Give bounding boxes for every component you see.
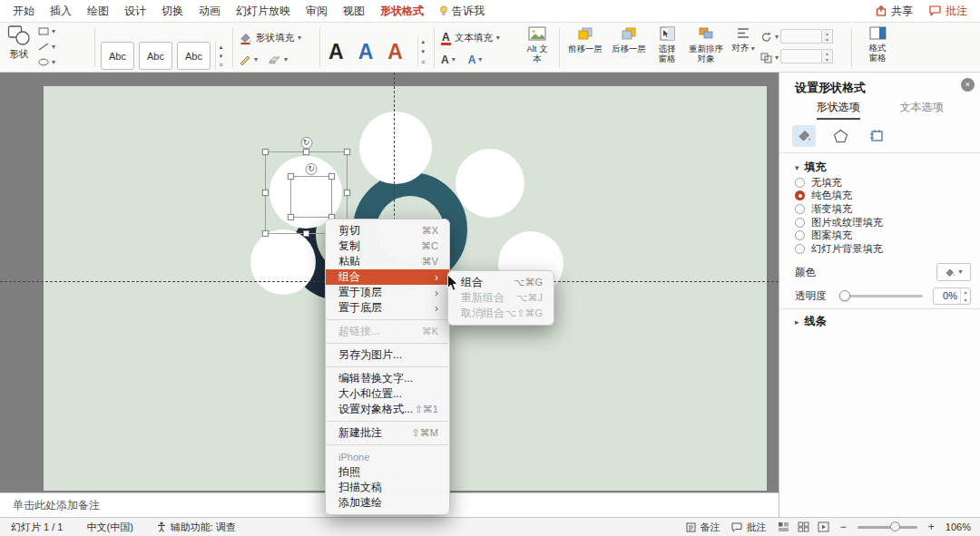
- tab-insert[interactable]: 插入: [50, 4, 72, 19]
- transparency-stepper[interactable]: ▴ ▾: [960, 288, 970, 304]
- notes-toggle-button[interactable]: 备注: [686, 521, 720, 534]
- fill-line-icon[interactable]: [792, 125, 816, 147]
- radio-icon[interactable]: [795, 218, 805, 228]
- menu-item-paste[interactable]: 粘贴 ⌘V: [326, 254, 449, 269]
- wordart-style-1[interactable]: A: [328, 36, 344, 67]
- size-properties-icon[interactable]: [865, 125, 888, 147]
- menu-item-size-and-position[interactable]: 大小和位置...: [326, 386, 449, 402]
- fill-option-slide-background[interactable]: 幻灯片背景填充: [795, 242, 883, 256]
- insert-shape-icon[interactable]: [7, 24, 31, 46]
- wordart-style-3[interactable]: A: [387, 36, 403, 67]
- text-outline-button[interactable]: A ▾: [441, 54, 456, 67]
- tab-transitions[interactable]: 切换: [162, 4, 183, 19]
- menu-item-cut[interactable]: 剪切 ⌘X: [326, 223, 449, 239]
- radio-icon[interactable]: [795, 178, 805, 188]
- selection-pane-button[interactable]: 选择窗格: [652, 26, 682, 73]
- resize-handle[interactable]: [288, 214, 294, 220]
- share-button[interactable]: 共享: [876, 4, 913, 19]
- shape-outline-button[interactable]: ▾: [239, 54, 258, 67]
- resize-handle[interactable]: [344, 149, 350, 155]
- fill-color-button[interactable]: ▾: [936, 263, 971, 281]
- rotate-button[interactable]: ▾: [760, 30, 779, 44]
- tab-tell-me[interactable]: 告诉我: [439, 4, 485, 19]
- resize-handle[interactable]: [303, 149, 309, 155]
- submenu-item-group[interactable]: 组合 ⌥⌘G: [448, 275, 554, 290]
- menu-item-format-object[interactable]: 设置对象格式... ⇧⌘1: [326, 402, 449, 417]
- menu-item-save-as-picture[interactable]: 另存为图片...: [326, 347, 449, 363]
- text-effects-button[interactable]: A ▾: [468, 54, 483, 67]
- wordart-style-2[interactable]: A: [358, 36, 374, 67]
- tab-slideshow[interactable]: 幻灯片放映: [236, 4, 290, 19]
- rotate-handle[interactable]: ↻: [306, 163, 318, 175]
- resize-handle[interactable]: [262, 190, 269, 196]
- fill-option-none[interactable]: 无填充: [795, 176, 883, 190]
- resize-handle[interactable]: [288, 173, 294, 180]
- selection-box-inner[interactable]: ↻: [290, 176, 332, 218]
- comments-button[interactable]: 批注: [929, 4, 967, 19]
- fill-section-header[interactable]: ▾ 填充: [795, 160, 827, 175]
- radio-icon[interactable]: [795, 244, 805, 254]
- resize-handle[interactable]: [303, 230, 309, 237]
- resize-handle[interactable]: [344, 190, 350, 196]
- shape-connector-button[interactable]: ▾: [38, 40, 55, 54]
- zoom-slider-knob[interactable]: [890, 521, 900, 531]
- menu-item-edit-alt-text[interactable]: 编辑替换文字...: [326, 371, 449, 386]
- menu-item-copy[interactable]: 复制 ⌘C: [326, 239, 449, 254]
- resize-handle[interactable]: [262, 230, 269, 237]
- fill-option-picture-texture[interactable]: 图片或纹理填充: [795, 216, 883, 229]
- shape-style-preset-3[interactable]: Abc: [177, 42, 211, 70]
- shape-rect-button[interactable]: ▾: [38, 24, 55, 38]
- tab-design[interactable]: 设计: [124, 4, 146, 19]
- fill-option-pattern[interactable]: 图案填充: [795, 229, 883, 242]
- tab-view[interactable]: 视图: [343, 4, 365, 19]
- tab-home[interactable]: 开始: [13, 4, 34, 19]
- send-backward-button[interactable]: 后移一层: [608, 26, 650, 73]
- zoom-slider[interactable]: [858, 526, 917, 529]
- shape-width-input[interactable]: [780, 49, 822, 63]
- white-circle-right[interactable]: [456, 149, 524, 218]
- zoom-level[interactable]: 106%: [946, 521, 971, 532]
- transparency-slider[interactable]: [839, 295, 923, 297]
- align-button[interactable]: 对齐 ▾: [730, 26, 757, 73]
- zoom-in-button[interactable]: +: [928, 521, 935, 533]
- shape-effects-button[interactable]: ▾: [269, 54, 288, 67]
- radio-icon[interactable]: [795, 204, 805, 214]
- tab-draw[interactable]: 绘图: [87, 4, 109, 19]
- radio-checked-icon[interactable]: [795, 190, 805, 200]
- format-pane-button[interactable]: 格式窗格: [858, 26, 897, 73]
- slideshow-view-icon[interactable]: [818, 521, 829, 532]
- menu-item-take-photo[interactable]: 拍照: [326, 464, 449, 480]
- wordart-gallery-expander[interactable]: ▴ ▾ ≡: [417, 36, 428, 67]
- shape-style-preset-2[interactable]: Abc: [139, 42, 172, 70]
- tab-text-options[interactable]: 文本选项: [900, 100, 944, 120]
- bring-forward-button[interactable]: 前移一层: [564, 26, 606, 73]
- resize-handle[interactable]: [328, 173, 335, 180]
- group-objects-button[interactable]: ▾: [760, 51, 779, 64]
- shape-oval-button[interactable]: ▾: [38, 55, 55, 69]
- accessibility-status[interactable]: 辅助功能: 调查: [157, 521, 236, 534]
- tab-shape-options[interactable]: 形状选项: [817, 100, 860, 120]
- zoom-out-button[interactable]: −: [840, 521, 847, 533]
- radio-icon[interactable]: [795, 230, 805, 240]
- line-section-header[interactable]: ▸ 线条: [795, 314, 827, 329]
- menu-item-scan-documents[interactable]: 扫描文稿: [326, 480, 449, 495]
- gallery-expander[interactable]: ▴ ▾ ≡: [215, 42, 226, 70]
- white-circle-top[interactable]: [359, 112, 432, 184]
- menu-item-send-to-back[interactable]: 置于底层 ›: [326, 300, 449, 316]
- width-stepper[interactable]: ▴ ▾: [822, 49, 833, 63]
- effects-icon[interactable]: [828, 125, 852, 147]
- shape-fill-button[interactable]: 形状填充 ▾: [239, 30, 320, 46]
- white-circle-bottom-left[interactable]: [250, 229, 316, 295]
- slide-sorter-view-icon[interactable]: [798, 521, 809, 532]
- resize-handle[interactable]: [262, 149, 269, 155]
- transparency-value-box[interactable]: 0% ▴ ▾: [933, 287, 971, 305]
- text-fill-button[interactable]: A 文本填充 ▾: [441, 30, 514, 46]
- slider-knob[interactable]: [839, 290, 850, 301]
- reorder-objects-button[interactable]: 重新排序对象: [684, 26, 728, 73]
- height-stepper[interactable]: ▴ ▾: [822, 29, 833, 44]
- tab-animations[interactable]: 动画: [199, 4, 220, 19]
- tab-review[interactable]: 审阅: [306, 4, 328, 19]
- shape-style-preset-1[interactable]: Abc: [101, 42, 134, 70]
- comments-toggle-button[interactable]: 批注: [731, 521, 767, 534]
- fill-option-solid[interactable]: 纯色填充: [795, 190, 883, 203]
